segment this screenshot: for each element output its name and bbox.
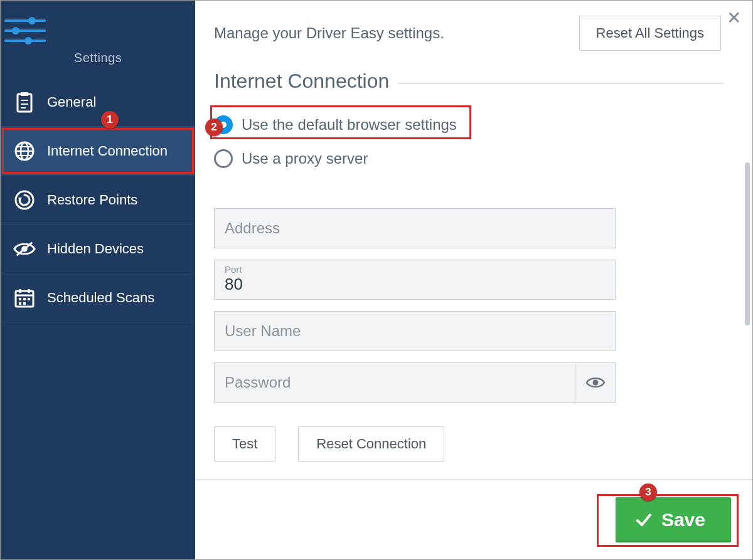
- sidebar-item-general[interactable]: General: [1, 78, 195, 127]
- svg-point-29: [592, 380, 598, 386]
- svg-point-5: [24, 37, 32, 45]
- radio-default-browser[interactable]: Use the default browser settings: [214, 110, 471, 144]
- topbar: Manage your Driver Easy settings. Reset …: [195, 1, 752, 66]
- svg-rect-27: [19, 302, 21, 305]
- sidebar-item-scheduled-scans[interactable]: Scheduled Scans: [1, 273, 195, 322]
- sidebar-nav: General Internet Connection Restore Poin…: [1, 78, 195, 322]
- password-input[interactable]: [225, 374, 575, 391]
- sliders-icon: [1, 14, 50, 47]
- port-field[interactable]: Port: [214, 260, 616, 300]
- test-connection-button[interactable]: Test: [214, 426, 275, 462]
- main-panel: ✕ Manage your Driver Easy settings. Rese…: [195, 1, 752, 559]
- sidebar-item-label: Restore Points: [47, 192, 137, 208]
- sidebar-item-label: Hidden Devices: [47, 241, 144, 257]
- clipboard-icon: [13, 91, 36, 114]
- footer: Save: [195, 479, 752, 559]
- svg-rect-24: [19, 298, 21, 300]
- globe-icon: [13, 140, 36, 162]
- port-label: Port: [225, 264, 242, 275]
- svg-rect-28: [23, 302, 26, 305]
- sidebar-header: Settings: [1, 1, 195, 78]
- svg-rect-6: [18, 94, 31, 112]
- port-input[interactable]: [225, 275, 605, 294]
- svg-rect-7: [21, 92, 28, 96]
- connection-buttons: Test Reset Connection: [214, 426, 616, 462]
- show-password-button[interactable]: [575, 363, 615, 402]
- scrollbar[interactable]: [745, 162, 750, 325]
- address-field[interactable]: [214, 208, 616, 248]
- section-title: Internet Connection: [214, 70, 389, 93]
- sidebar-item-label: Internet Connection: [47, 143, 168, 159]
- password-field[interactable]: [214, 362, 616, 403]
- sidebar-item-internet-connection[interactable]: Internet Connection: [1, 127, 195, 176]
- save-button[interactable]: Save: [616, 497, 731, 542]
- section-header: Internet Connection: [214, 70, 724, 93]
- radio-proxy-server[interactable]: Use a proxy server: [214, 144, 724, 178]
- reset-all-settings-button[interactable]: Reset All Settings: [579, 16, 721, 51]
- svg-rect-26: [28, 298, 30, 300]
- svg-point-3: [28, 17, 36, 24]
- sidebar-item-label: Scheduled Scans: [47, 290, 154, 306]
- svg-point-16: [16, 191, 33, 209]
- sidebar-item-restore-points[interactable]: Restore Points: [1, 176, 195, 225]
- save-label: Save: [661, 509, 705, 531]
- reset-connection-button[interactable]: Reset Connection: [298, 426, 444, 462]
- app-window: Settings General Internet Connection: [0, 0, 753, 560]
- content: Internet Connection Use the default brow…: [195, 66, 752, 479]
- svg-point-4: [12, 27, 19, 34]
- username-input[interactable]: [225, 322, 605, 340]
- sidebar-item-hidden-devices[interactable]: Hidden Devices: [1, 225, 195, 273]
- radio-label: Use a proxy server: [242, 150, 368, 167]
- proxy-form: Port Test Reset Connection: [214, 208, 616, 462]
- address-input[interactable]: [225, 219, 605, 237]
- section-rule: [398, 83, 724, 84]
- username-field[interactable]: [214, 311, 616, 351]
- page-subtitle: Manage your Driver Easy settings.: [214, 24, 444, 42]
- svg-rect-25: [23, 298, 26, 300]
- sidebar-title: Settings: [1, 51, 195, 65]
- check-icon: [635, 511, 653, 529]
- restore-icon: [13, 189, 36, 211]
- eye-off-icon: [13, 238, 36, 260]
- eye-icon: [586, 376, 605, 389]
- radio-label: Use the default browser settings: [242, 116, 457, 134]
- connection-radio-group: Use the default browser settings Use a p…: [214, 110, 724, 178]
- radio-icon: [214, 149, 233, 168]
- sidebar-item-label: General: [47, 94, 96, 110]
- close-icon[interactable]: ✕: [727, 9, 741, 27]
- radio-icon: [214, 115, 233, 134]
- sidebar: Settings General Internet Connection: [1, 1, 195, 559]
- calendar-icon: [13, 287, 36, 309]
